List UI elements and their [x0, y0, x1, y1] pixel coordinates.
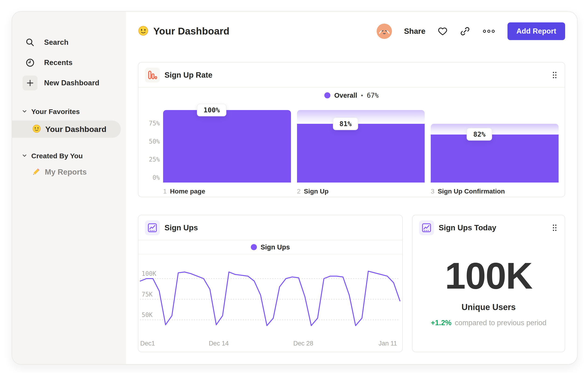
favorite-heart-icon[interactable] — [438, 26, 448, 36]
funnel-plot: 100% 81% 82% 75%50%25%0% — [163, 110, 559, 182]
add-report-button[interactable]: Add Report — [507, 22, 565, 40]
sidebar-item-recents[interactable]: Recents — [12, 52, 126, 73]
funnel-y-tick: 75% — [145, 120, 160, 127]
step-index: 1 — [163, 188, 167, 195]
drag-handle-icon[interactable] — [553, 71, 557, 79]
legend-separator: • — [361, 92, 363, 99]
sidebar-item-new-dashboard[interactable]: New Dashboard — [12, 73, 126, 93]
pencil-emoji-icon — [32, 167, 41, 177]
sidebar-item-label: My Reports — [45, 168, 87, 176]
signups-series-line — [140, 271, 400, 326]
funnel-chart-icon — [145, 68, 160, 82]
line-x-tick: Dec1 — [140, 340, 155, 347]
funnel-step-label: 3 Sign Up Confirmation — [431, 188, 559, 195]
line-chart-icon — [145, 220, 160, 235]
stat-delta-row: +1.2% compared to previous period — [431, 319, 546, 327]
funnel-bar-gradient — [431, 124, 559, 134]
app-window: Search Recents New Dashboard — [12, 11, 578, 365]
legend-label: Overall — [334, 92, 357, 99]
funnel-y-tick: 25% — [145, 156, 160, 163]
sidebar-item-label: Search — [44, 38, 69, 47]
sidebar-item-search[interactable]: Search — [12, 32, 126, 52]
main-content: Your Dashboard Share — [126, 12, 577, 364]
share-button[interactable]: Share — [404, 27, 426, 36]
sidebar-item-label: Your Dashboard — [45, 125, 106, 134]
more-options-icon[interactable] — [482, 28, 495, 35]
funnel-step-label: 2 Sign Up — [297, 188, 425, 195]
signups-today-card-header: Sign Ups Today — [412, 215, 565, 240]
line-y-tick: 50K — [142, 312, 153, 318]
legend-dot — [324, 92, 330, 98]
sidebar-item-my-reports[interactable]: My Reports — [12, 164, 126, 180]
user-avatar[interactable] — [377, 24, 392, 39]
legend-divider — [138, 254, 402, 254]
funnel-legend: Overall • 67% — [138, 88, 565, 103]
signups-line-chart: 100K75K50K — [140, 258, 400, 336]
line-chart-icon — [419, 220, 434, 235]
chevron-down-icon — [21, 152, 28, 160]
section-created-by-you[interactable]: Created By You — [12, 150, 126, 162]
signup-rate-card-header: Sign Up Rate — [138, 62, 565, 87]
sidebar-item-label: New Dashboard — [44, 79, 99, 87]
drag-handle-icon[interactable] — [553, 224, 557, 232]
dashboard-header: Your Dashboard Share — [138, 12, 565, 51]
funnel-bar-sign-up: 81% — [297, 110, 425, 182]
signups-card: Sign Ups Sign Ups 100K75K50K Dec1Dec 14D… — [138, 215, 403, 352]
sidebar: Search Recents New Dashboard — [12, 12, 126, 364]
line-y-tick: 100K — [142, 270, 156, 277]
smiley-emoji-icon — [32, 124, 41, 134]
stat-subtitle: Unique Users — [462, 302, 516, 312]
legend-value: 67% — [367, 92, 379, 99]
stat-body: 100K Unique Users +1.2% compared to prev… — [412, 240, 565, 327]
funnel-y-tick: 50% — [145, 138, 160, 145]
funnel-bar-home-page: 100% — [163, 110, 291, 182]
stat-value: 100K — [445, 257, 533, 294]
step-name: Sign Up Confirmation — [438, 188, 505, 195]
funnel-step-label: 1 Home page — [163, 188, 291, 195]
header-actions: Share — [377, 22, 565, 40]
sidebar-item-your-dashboard-selected[interactable]: Your Dashboard — [12, 121, 121, 138]
legend-dot — [251, 244, 257, 250]
section-label: Your Favorites — [31, 108, 80, 116]
funnel-value-chip: 82% — [467, 128, 492, 141]
funnel-x-labels: 1 Home page 2 Sign Up 3 Sign Up Confirma… — [163, 188, 559, 195]
funnel-bar-fill — [297, 124, 425, 182]
section-your-favorites[interactable]: Your Favorites — [12, 105, 126, 118]
search-icon — [23, 35, 38, 50]
funnel-y-tick: 0% — [145, 174, 160, 181]
page-title-wrap: Your Dashboard — [138, 25, 229, 37]
chevron-down-icon — [21, 108, 28, 115]
stat-delta: +1.2% — [431, 319, 452, 327]
funnel-value-chip: 81% — [333, 118, 358, 130]
step-index: 2 — [297, 188, 301, 195]
step-index: 3 — [431, 188, 434, 195]
funnel-value-chip: 100% — [197, 104, 226, 116]
legend-label: Sign Ups — [261, 243, 290, 251]
page-title: Your Dashboard — [153, 26, 229, 37]
section-label: Created By You — [31, 152, 83, 160]
stat-delta-caption: compared to previous period — [455, 319, 546, 327]
card-title: Sign Up Rate — [165, 71, 212, 80]
step-name: Sign Up — [304, 188, 328, 195]
line-x-tick: Dec 28 — [293, 340, 313, 347]
signups-x-labels: Dec1Dec 14Dec 28Jan 11 — [140, 340, 400, 350]
funnel-bar-fill — [163, 110, 291, 182]
funnel-bar-gradient — [297, 110, 425, 124]
cards-row: Sign Ups Sign Ups 100K75K50K Dec1Dec 14D… — [138, 215, 565, 352]
signups-today-card: Sign Ups Today 100 — [412, 215, 565, 352]
sidebar-item-label: Recents — [44, 59, 73, 67]
signup-rate-card: Sign Up Rate Overall — [138, 62, 565, 197]
copy-link-icon[interactable] — [460, 26, 470, 36]
card-title: Sign Ups Today — [439, 223, 496, 232]
clock-icon — [23, 55, 38, 70]
funnel-bar-fill — [431, 134, 559, 183]
signups-card-header: Sign Ups — [138, 215, 402, 240]
line-x-tick: Jan 11 — [378, 340, 397, 347]
funnel-bar-sign-up-confirmation: 82% — [431, 110, 559, 182]
screen: Search Recents New Dashboard — [0, 0, 588, 373]
signups-legend: Sign Ups — [138, 240, 402, 254]
line-x-tick: Dec 14 — [209, 340, 229, 347]
card-title: Sign Ups — [165, 223, 198, 232]
line-y-tick: 75K — [142, 291, 153, 298]
funnel-chart: 100% 81% 82% 75%50%25%0% — [145, 110, 559, 195]
